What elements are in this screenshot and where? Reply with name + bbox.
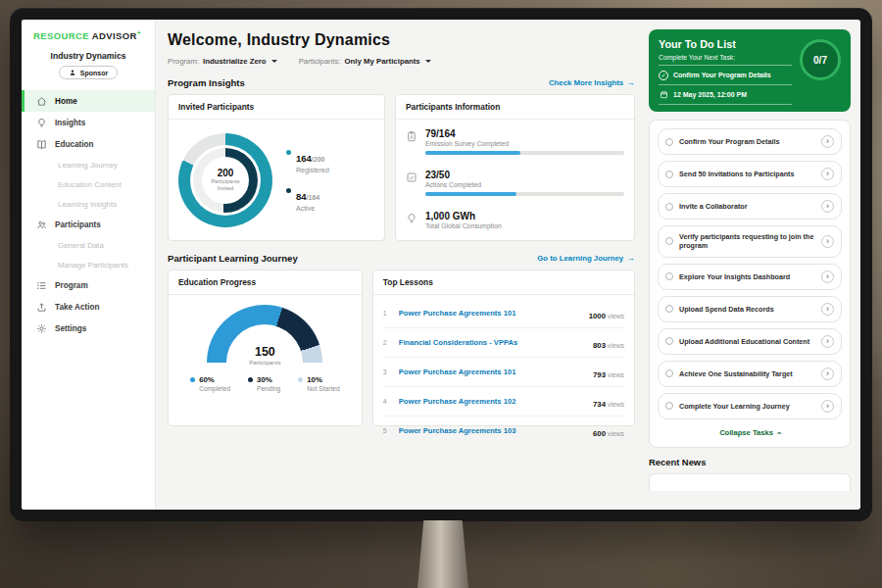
participants-information-card: Participants Information 79/164 Emission… bbox=[395, 94, 635, 241]
sidebar-item[interactable]: General Data bbox=[22, 235, 155, 255]
program-filter-label: Program: bbox=[168, 57, 199, 66]
program-insights-cards: Invited Participants 200 Participants In… bbox=[168, 94, 635, 241]
legend-value: 84 bbox=[296, 191, 307, 202]
sidebar-item[interactable]: Learning Insights bbox=[22, 194, 155, 214]
task-label: Achieve One Sustainability Target bbox=[679, 369, 815, 378]
sidebar-item[interactable]: Participants bbox=[22, 214, 155, 235]
stat-row: 79/164 Emission Survey Completed bbox=[406, 128, 624, 155]
sidebar-item[interactable]: Learning Journey bbox=[22, 155, 155, 174]
participants-filter[interactable]: Participants: Only My Participants bbox=[299, 57, 431, 66]
sidebar-item[interactable]: Take Action bbox=[22, 296, 155, 318]
sponsor-badge[interactable]: Sponsor bbox=[59, 66, 118, 79]
task-row[interactable]: Upload Additional Educational Content › bbox=[658, 328, 842, 355]
chevron-right-icon[interactable]: › bbox=[821, 400, 834, 413]
chevron-down-icon bbox=[271, 60, 277, 63]
task-label: Verify participants requesting to join t… bbox=[679, 232, 815, 251]
lesson-views: 1000views bbox=[589, 305, 624, 322]
sidebar-item-icon bbox=[36, 96, 47, 107]
task-checkbox[interactable] bbox=[665, 337, 673, 345]
sidebar-item-label: Learning Journey bbox=[58, 161, 118, 170]
due-date-row: 12 May 2025, 12:00 PM bbox=[659, 85, 792, 105]
sidebar-item[interactable]: Manage Participants bbox=[22, 255, 155, 274]
program-filter[interactable]: Program: Industrialize Zero bbox=[168, 57, 277, 66]
legend-dot bbox=[190, 377, 195, 382]
next-task-row[interactable]: ✓ Confirm Your Program Details bbox=[659, 65, 792, 85]
person-icon bbox=[69, 69, 76, 76]
section-title-program-insights: Program Insights bbox=[168, 77, 245, 88]
chevron-right-icon[interactable]: › bbox=[821, 235, 834, 248]
recent-news-card bbox=[649, 473, 851, 491]
section-title-learning-journey: Participant Learning Journey bbox=[168, 253, 298, 264]
lesson-link[interactable]: Power Purchase Agreements 101 bbox=[399, 368, 585, 376]
task-row[interactable]: Send 50 Invitations to Participants › bbox=[658, 161, 842, 187]
task-row[interactable]: Upload Spend Data Records › bbox=[658, 296, 842, 322]
chevron-right-icon[interactable]: › bbox=[821, 168, 834, 180]
lesson-link[interactable]: Power Purchase Agreements 101 bbox=[399, 309, 581, 318]
lesson-link[interactable]: Power Purchase Agreements 102 bbox=[399, 397, 585, 406]
go-to-learning-journey-link[interactable]: Go to Learning Journey → bbox=[537, 254, 635, 263]
task-checkbox[interactable] bbox=[665, 237, 673, 245]
chevron-right-icon[interactable]: › bbox=[821, 200, 834, 213]
top-lessons-list: 1 Power Purchase Agreements 101 1000view… bbox=[373, 295, 634, 453]
task-row[interactable]: Verify participants requesting to join t… bbox=[658, 225, 842, 258]
participants-stats: 79/164 Emission Survey Completed bbox=[396, 120, 634, 240]
sidebar-item[interactable]: Program bbox=[22, 274, 155, 296]
sidebar-item[interactable]: Settings bbox=[22, 318, 155, 339]
lesson-views: 793views bbox=[593, 364, 624, 381]
task-checkbox[interactable] bbox=[665, 369, 673, 377]
task-checkbox[interactable] bbox=[665, 138, 673, 146]
task-checkbox[interactable] bbox=[665, 272, 673, 280]
gauge-center-label: Participants bbox=[207, 359, 322, 366]
task-row[interactable]: Invite a Collaborator › bbox=[658, 193, 842, 220]
task-row[interactable]: Confirm Your Program Details › bbox=[658, 128, 842, 155]
legend-item: 30% Pending bbox=[248, 375, 280, 392]
stat-icon bbox=[406, 172, 417, 183]
task-row[interactable]: Explore Your Insights Dashboard › bbox=[658, 264, 842, 290]
stat-row: 1,000 GWh Total Global Consumption bbox=[406, 211, 624, 229]
filter-bar: Program: Industrialize Zero Participants… bbox=[168, 57, 635, 66]
invited-donut-chart: 200 Participants Invited bbox=[178, 133, 272, 227]
task-label: Invite a Collaborator bbox=[679, 202, 815, 211]
sidebar-item-label: Program bbox=[55, 281, 88, 290]
legend-total: /164 bbox=[307, 194, 320, 201]
lesson-link[interactable]: Financial Considerations - VPPAs bbox=[399, 338, 585, 347]
card-title: Top Lessons bbox=[373, 270, 634, 295]
stat-label: Actions Completed bbox=[425, 181, 624, 188]
recent-news-title: Recent News bbox=[649, 457, 851, 467]
invited-participants-card: Invited Participants 200 Participants In… bbox=[168, 94, 385, 241]
sidebar-item[interactable]: Education bbox=[22, 133, 155, 155]
sidebar-item[interactable]: Insights bbox=[22, 112, 155, 133]
task-checkbox[interactable] bbox=[665, 203, 673, 211]
progress-bar-fill bbox=[425, 192, 516, 196]
chevron-right-icon[interactable]: › bbox=[821, 270, 834, 283]
sidebar-item-icon bbox=[36, 139, 47, 150]
chevron-right-icon[interactable]: › bbox=[821, 135, 834, 148]
task-row[interactable]: Complete Your Learning Journey › bbox=[658, 393, 842, 419]
task-checkbox[interactable] bbox=[665, 402, 673, 410]
stat-value: 79/164 bbox=[425, 128, 624, 139]
invited-legend: 164/200 Registered 84/164 bbox=[286, 148, 329, 212]
legend-label: Pending bbox=[257, 385, 280, 392]
legend-percent: 30% bbox=[257, 375, 280, 384]
sidebar-item-label: Home bbox=[55, 97, 77, 106]
org-name: Industry Dynamics bbox=[22, 51, 155, 61]
progress-bar bbox=[425, 192, 624, 196]
participants-filter-value: Only My Participants bbox=[345, 57, 420, 66]
education-gauge-chart: 150 Participants bbox=[207, 305, 322, 366]
task-checkbox[interactable] bbox=[665, 305, 673, 313]
legend-label: Completed bbox=[199, 385, 230, 392]
chevron-right-icon[interactable]: › bbox=[821, 335, 834, 348]
sidebar-item[interactable]: Home bbox=[22, 90, 155, 112]
chevron-right-icon[interactable]: › bbox=[821, 368, 834, 380]
task-row[interactable]: Achieve One Sustainability Target › bbox=[658, 361, 842, 387]
lesson-rank: 5 bbox=[383, 427, 391, 434]
lesson-link[interactable]: Power Purchase Agreements 103 bbox=[399, 426, 585, 435]
collapse-tasks-button[interactable]: Collapse Tasks › bbox=[658, 425, 842, 445]
chevron-right-icon[interactable]: › bbox=[821, 303, 834, 316]
program-filter-value: Industrialize Zero bbox=[203, 57, 267, 66]
sidebar-item[interactable]: Education Content bbox=[22, 174, 155, 194]
task-list: Confirm Your Program Details › Send 50 I… bbox=[658, 128, 842, 419]
check-more-insights-link[interactable]: Check More Insights → bbox=[549, 78, 635, 87]
task-checkbox[interactable] bbox=[665, 171, 673, 178]
sidebar-item-label: Manage Participants bbox=[58, 261, 128, 270]
